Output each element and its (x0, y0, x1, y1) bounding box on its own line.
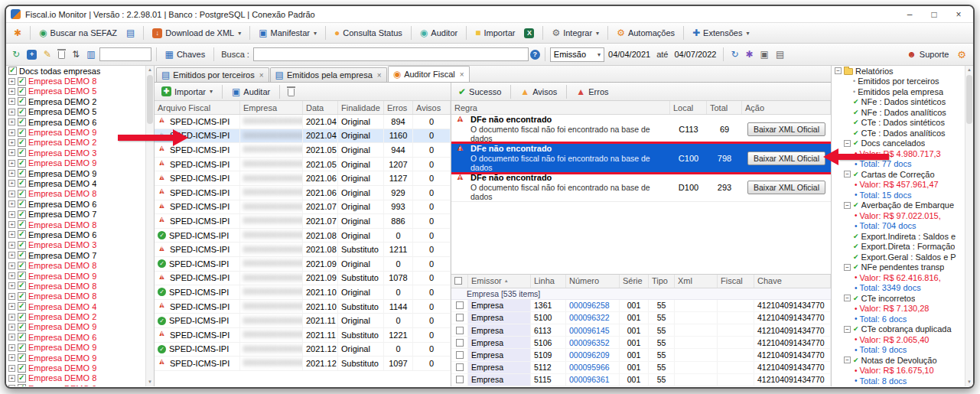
tree-item-company[interactable]: +Empresa DEMO 7 (6, 250, 154, 260)
group-row[interactable]: Empresa [535 items] (451, 288, 831, 300)
expand-plus-icon[interactable]: + (8, 98, 15, 105)
checkbox-checked-icon[interactable] (18, 129, 26, 137)
scroll-down-icon[interactable]: ▼ (965, 378, 973, 386)
tree-item-company[interactable]: +Empresa DEMO 9 (6, 383, 154, 386)
tree-item-company[interactable]: +Empresa DEMO 9 (6, 363, 154, 373)
tree-item-company[interactable]: +Empresa DEMO 5 (6, 86, 154, 96)
collapse-minus-icon[interactable]: − (844, 202, 851, 209)
maximize-button[interactable]: □ (924, 9, 944, 20)
row-checkbox[interactable] (456, 363, 464, 371)
row-checkbox[interactable] (456, 339, 464, 347)
column-header[interactable]: Arquivo Fiscal (155, 101, 240, 114)
column-header-chave[interactable]: Chave (754, 275, 831, 288)
checkbox-checked-icon[interactable] (18, 333, 26, 341)
tree-item-company[interactable]: +Empresa DEMO 9 (6, 343, 154, 353)
expand-plus-icon[interactable]: + (8, 149, 15, 156)
scroll-down-icon[interactable]: ▼ (146, 378, 154, 386)
report-item[interactable]: •Emitidos pela empresa (832, 86, 973, 97)
date-to-input[interactable]: 04/07/2022 (672, 50, 718, 59)
tree-item-company[interactable]: +Empresa DEMO 8 (6, 76, 154, 86)
report-item[interactable]: −✔NFe pendentes transp (832, 262, 973, 273)
date-from-input[interactable]: 04/04/2021 (606, 50, 653, 59)
sort-icon[interactable]: ⇅ (70, 48, 82, 60)
expand-plus-icon[interactable]: + (8, 282, 15, 289)
tree-item-company[interactable]: +Empresa DEMO 6 (6, 332, 154, 342)
columns-filter-icon[interactable]: ▥ (84, 48, 97, 60)
numero-link[interactable]: 000096258 (569, 301, 610, 310)
row-checkbox[interactable] (456, 314, 464, 321)
erros-filter-button[interactable]: ▲Erros (572, 86, 612, 98)
checkbox-checked-icon[interactable] (18, 97, 26, 106)
checkbox-checked-icon[interactable] (18, 323, 26, 331)
minimize-button[interactable]: – (900, 9, 920, 20)
collapse-minus-icon[interactable]: − (835, 67, 842, 74)
expand-plus-icon[interactable]: + (8, 252, 15, 259)
report-item[interactable]: −✔CTe cobrança duplicada (832, 324, 973, 335)
expand-plus-icon[interactable]: + (8, 221, 15, 228)
column-header-linha[interactable]: Linha (531, 275, 566, 288)
audit-row[interactable]: SPED-ICMS-IPI00000000000002021.09Substit… (155, 272, 451, 286)
audit-row[interactable]: ✓SPED-ICMS-IPI00000000000002021.11Origin… (155, 314, 451, 328)
doc-row[interactable]: Empresa510900009620900155412104091434770 (451, 349, 831, 361)
scroll-up-icon[interactable]: ▲ (965, 66, 973, 74)
report-item[interactable]: −✔Cartas de Correção (832, 169, 973, 180)
checkbox-checked-icon[interactable] (18, 302, 26, 311)
numero-link[interactable]: 000096322 (569, 313, 610, 322)
doc-row[interactable]: Empresa511200009596600155412104091434770 (451, 362, 831, 374)
tree-item-company[interactable]: +Empresa DEMO 4 (6, 178, 154, 188)
tree-item-company[interactable]: +Empresa DEMO 8 (6, 373, 154, 383)
collapse-minus-icon[interactable]: − (844, 171, 851, 177)
rule-row[interactable]: DFe não encontradoO documento fiscal não… (451, 115, 831, 144)
row-checkbox[interactable] (456, 327, 464, 334)
expand-plus-icon[interactable]: + (8, 365, 15, 372)
emissao-combobox[interactable]: Emissão ▾ (550, 47, 604, 62)
checkbox-checked-icon[interactable] (18, 353, 26, 362)
report-item[interactable]: ✔NFe : Dados analíticos (832, 107, 973, 118)
tree-item-company[interactable]: +Empresa DEMO 9 (6, 127, 154, 137)
checkbox-checked-icon[interactable] (18, 138, 26, 147)
tree-root-item[interactable]: Docs todas empresas (6, 66, 154, 76)
excel-icon[interactable]: X (520, 27, 538, 40)
expand-plus-icon[interactable]: + (8, 324, 15, 331)
tree-item-company[interactable]: +Empresa DEMO 4 (6, 301, 154, 311)
tree-item-company[interactable]: +Empresa DEMO 9 (6, 353, 154, 363)
audit-row[interactable]: SPED-ICMS-IPI00000000000002021.10Substit… (155, 300, 451, 314)
expand-plus-icon[interactable]: + (8, 272, 15, 279)
select-all-checkbox[interactable] (451, 275, 468, 288)
tree-item-company[interactable]: +Empresa DEMO 8 (6, 220, 154, 230)
doc-row[interactable]: Empresa510600009635200155412104091434770 (451, 337, 831, 349)
column-header[interactable]: Ação (742, 101, 831, 114)
tree-scrollbar[interactable]: ▲ ▼ (145, 66, 154, 386)
tree-item-company[interactable]: +Empresa DEMO 8 (6, 260, 154, 270)
automacoes-button[interactable]: ⚙Automações (613, 27, 679, 39)
column-header[interactable]: Local (670, 101, 707, 114)
sucesso-filter-button[interactable]: ✔Sucesso (454, 86, 505, 98)
add-icon[interactable]: + (24, 48, 39, 61)
audit-row[interactable]: ✓SPED-ICMS-IPI00000000000002021.09Origin… (155, 257, 451, 272)
app-gear-icon[interactable]: ✱ (10, 27, 25, 39)
scroll-thumb[interactable] (966, 75, 972, 124)
checkbox-checked-icon[interactable] (8, 67, 17, 75)
tab-close-icon[interactable]: × (377, 71, 382, 80)
checkbox-checked-icon[interactable] (18, 251, 26, 259)
tab-close-icon[interactable]: × (460, 70, 464, 79)
report-item[interactable]: ✔Export.Direta : Formação (832, 242, 973, 252)
tree-item-company[interactable]: +Empresa DEMO 9 (6, 168, 154, 178)
avisos-filter-button[interactable]: ▲Avisos (516, 86, 561, 98)
tree-item-company[interactable]: +Empresa DEMO 8 (6, 189, 154, 199)
numero-link[interactable]: 000096352 (569, 338, 610, 347)
column-header-tipo[interactable]: Tipo (649, 275, 675, 288)
checkbox-checked-icon[interactable] (18, 230, 26, 239)
expand-plus-icon[interactable]: + (8, 262, 15, 269)
refresh-icon[interactable]: ↻ (10, 48, 22, 60)
checkbox-checked-icon[interactable] (18, 374, 26, 383)
tree-item-company[interactable]: +Empresa DEMO 7 (6, 209, 154, 219)
audit-row[interactable]: SPED-ICMS-IPI00000000000002021.08Substit… (155, 243, 451, 257)
expand-plus-icon[interactable]: + (8, 375, 15, 382)
tree-item-company[interactable]: +Empresa DEMO 2 (6, 96, 154, 106)
checkbox-checked-icon[interactable] (18, 272, 26, 280)
checkbox-checked-icon[interactable] (18, 241, 26, 249)
reports-root[interactable]: −Relatórios (832, 66, 973, 77)
tree-item-company[interactable]: +Empresa DEMO 2 (6, 311, 154, 321)
expand-plus-icon[interactable]: + (8, 190, 15, 197)
